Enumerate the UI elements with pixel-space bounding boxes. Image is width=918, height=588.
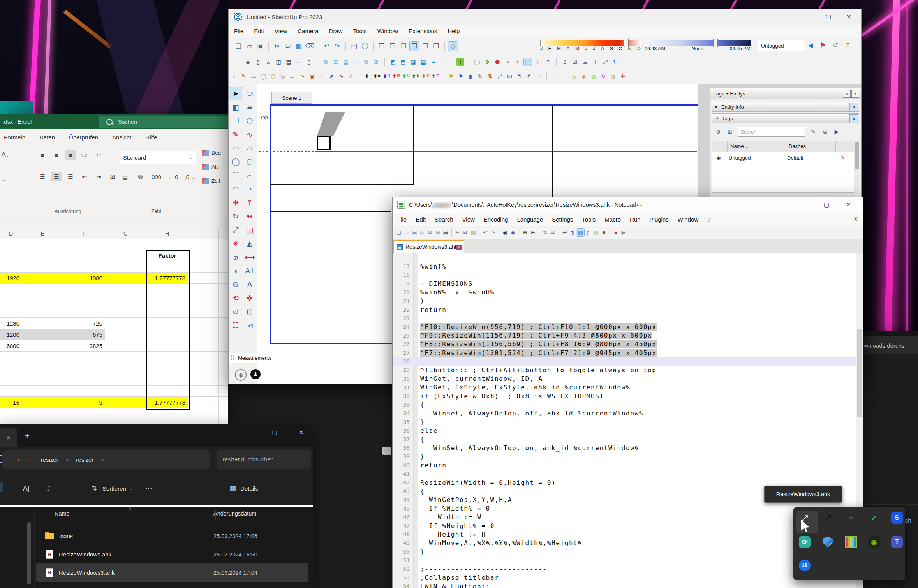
smooth-sphere-icon[interactable]: ◯: [524, 58, 532, 66]
function-list-icon[interactable]: ƒ: [584, 229, 592, 236]
surface-ring-icon[interactable]: ◎: [279, 72, 287, 80]
edit-pencil-icon[interactable]: ✎: [841, 155, 845, 161]
excel-search-box[interactable]: Suchen: [99, 116, 228, 128]
wall-panel-icon[interactable]: ▯: [254, 58, 262, 66]
pushpull-n-icon[interactable]: ⬆N: [412, 72, 419, 80]
curve-blue-icon[interactable]: ↰: [515, 72, 523, 80]
perspective-toggle-icon[interactable]: ◇: [448, 42, 458, 51]
three-point-arc-icon[interactable]: ◠: [229, 183, 242, 195]
code-line-29[interactable]: 29^!Lbutton:: ; Ctrl+Alt+Lbutton to togg…: [393, 366, 856, 374]
donut-icon[interactable]: ◍: [609, 72, 617, 80]
code-line-28[interactable]: 28: [393, 357, 856, 366]
code-line-36[interactable]: 36else: [393, 426, 856, 435]
cell-H-row3[interactable]: 1,77777778: [146, 273, 188, 284]
model-info-icon[interactable]: ⓘ: [360, 42, 370, 51]
surface-erase-icon[interactable]: ✐: [347, 72, 355, 80]
orbit-tool-icon[interactable]: ⟲: [229, 292, 242, 305]
code-line-35[interactable]: 35}: [393, 418, 856, 426]
align-bottom-icon[interactable]: ≡: [65, 150, 76, 160]
menu-npp-encoding[interactable]: Encoding: [484, 216, 508, 223]
cell-F-row7[interactable]: 720: [63, 318, 105, 329]
lasso-tool-icon[interactable]: ⬭: [243, 87, 256, 100]
line-tool-icon[interactable]: ✎: [229, 128, 242, 141]
offset-tool-icon[interactable]: ◲: [243, 224, 256, 236]
eraser-icon[interactable]: ▰: [243, 101, 256, 114]
wood-box-icon[interactable]: ◆: [580, 72, 588, 80]
zoom-window-icon[interactable]: ⊡: [243, 305, 256, 318]
menu-sketchup-draw[interactable]: Draw: [329, 28, 343, 34]
align-right-icon[interactable]: ☰: [65, 172, 76, 181]
wire-tree-icon[interactable]: △: [570, 72, 578, 80]
arc-tool-icon[interactable]: ⌒: [229, 169, 242, 182]
code-line-37[interactable]: 37{: [393, 435, 856, 444]
previous-view-icon[interactable]: ↺: [831, 40, 840, 50]
tab-close-icon[interactable]: ✕: [456, 245, 462, 250]
select-grid-icon[interactable]: ⊞: [372, 58, 380, 66]
code-line-24[interactable]: 24^F10::ResizeWin(956,719) ; Ctrl+F10 1:…: [393, 322, 856, 331]
breadcrumb-overflow-button[interactable]: ···: [27, 456, 33, 463]
right-view-icon[interactable]: ❒: [410, 42, 419, 51]
joint-icon[interactable]: ⌇: [534, 58, 542, 66]
open-file-icon[interactable]: ▱: [403, 229, 411, 236]
entity-info-close-icon[interactable]: ✕: [849, 103, 858, 111]
add-tag-folder-icon[interactable]: ⊞: [726, 128, 734, 136]
select-region-icon[interactable]: ⧉: [322, 58, 329, 66]
name-column-header[interactable]: Name: [55, 511, 70, 517]
dimension-icon[interactable]: ⟷: [243, 251, 256, 264]
tag-dropdown[interactable]: Untagged: [758, 40, 805, 51]
toolbar-grip[interactable]: [230, 42, 232, 51]
ribbon-tab-daten[interactable]: Daten: [39, 134, 55, 141]
menu-sketchup-window[interactable]: Window: [377, 28, 398, 34]
replace-icon[interactable]: ◈: [509, 229, 517, 236]
undo-icon[interactable]: ↶: [481, 229, 489, 236]
new-tab-button[interactable]: +: [25, 431, 30, 440]
file-row-ResizeWindows3-ahk[interactable]: HResizeWindows3.ahk25.03.2024 17:04: [36, 563, 308, 582]
color-grid-icon[interactable]: [844, 535, 858, 549]
origin-rectangle[interactable]: [317, 136, 331, 150]
layout-board-icon[interactable]: ▯: [843, 40, 853, 50]
bluetooth-icon[interactable]: Ƀ: [799, 560, 811, 571]
menu-npp-settings[interactable]: Settings: [552, 216, 573, 223]
find-icon[interactable]: ◉: [501, 229, 509, 236]
polygon-tool-icon[interactable]: ⬡: [243, 155, 256, 168]
menu-npp-tools[interactable]: Tools: [582, 216, 596, 223]
surface-rect-icon[interactable]: ▭: [250, 72, 257, 80]
tab-close-icon[interactable]: ✕: [7, 435, 11, 440]
save-all-icon[interactable]: ⧉: [418, 229, 426, 236]
strokesplus-icon[interactable]: S: [891, 512, 903, 524]
percent-icon[interactable]: %: [135, 172, 146, 181]
breadcrumb-chevron-icon[interactable]: ›: [17, 456, 19, 463]
code-editor[interactable]: 17%winT%1819- DIMENSIONS20%winW% x %winH…: [393, 253, 863, 588]
more-options-button[interactable]: ···: [143, 482, 155, 494]
shadow-date-slider[interactable]: [540, 40, 641, 46]
close-button[interactable]: ✕: [293, 429, 309, 436]
menu-npp-run[interactable]: Run: [630, 216, 641, 223]
autohotkey-resize-dark-icon[interactable]: ⤢: [821, 511, 834, 525]
shadow-time-slider[interactable]: [645, 40, 751, 46]
greenshot-icon[interactable]: ⌗: [844, 511, 858, 525]
pushpull-x-icon[interactable]: ⬆X: [421, 72, 429, 80]
pin-icon[interactable]: ⌖: [843, 90, 851, 98]
code-line-46[interactable]: 46 Width := W: [393, 513, 856, 521]
code-line-53[interactable]: 53;Collapse titlebar: [393, 573, 856, 582]
sketchup-titlebar[interactable]: Untitled - SketchUp Pro 2023: [229, 9, 861, 25]
fan-pink-icon[interactable]: ◔: [535, 72, 543, 80]
code-line-45[interactable]: 45 If %Width% = 0: [393, 504, 856, 513]
doc-switcher-icon[interactable]: ≡: [600, 229, 608, 236]
panel-titlebar[interactable]: Tags + Entitys: [710, 88, 861, 99]
move-cross-icon[interactable]: ✛: [619, 72, 627, 80]
cell-D-row8[interactable]: 1200: [0, 329, 22, 340]
help-blue-icon[interactable]: ?: [544, 58, 552, 66]
breadcrumb-item[interactable]: resizer: [76, 456, 93, 463]
file-row-icons[interactable]: icons25.03.2024 17:06: [36, 527, 308, 545]
increase-indent-icon[interactable]: ⇥: [93, 172, 104, 181]
add-tag-icon[interactable]: ⊕: [714, 128, 722, 136]
sync-scroll-v-icon[interactable]: ⇅: [541, 229, 549, 236]
editor-scrollbar-thumb[interactable]: [857, 329, 862, 417]
surface-wave-icon[interactable]: ∿: [337, 72, 345, 80]
word-wrap-icon[interactable]: ↩: [561, 229, 569, 236]
move-tool-icon[interactable]: ✥: [229, 196, 242, 209]
code-line-48[interactable]: 48 Height := H: [393, 530, 856, 539]
paint-bucket-icon[interactable]: ◧: [229, 101, 242, 114]
rotated-rectangle-icon[interactable]: ▱: [243, 142, 256, 155]
